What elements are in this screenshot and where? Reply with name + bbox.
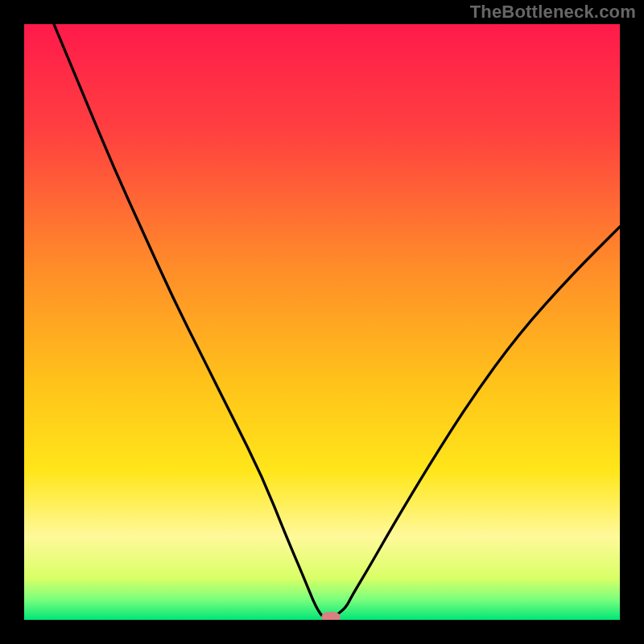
bottleneck-plot — [24, 24, 620, 620]
watermark-text: TheBottleneck.com — [470, 2, 636, 23]
chart-stage: TheBottleneck.com — [0, 0, 644, 644]
plot-frame — [24, 24, 620, 620]
